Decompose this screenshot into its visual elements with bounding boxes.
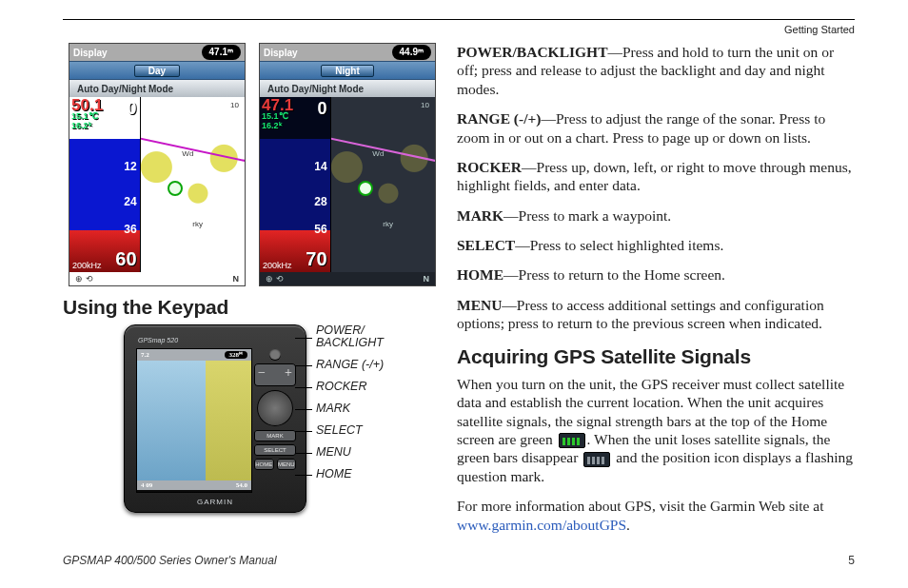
signal-bars-green-icon: [559, 433, 585, 448]
chart-pane-day: 10 Wd rky: [141, 97, 245, 272]
callout-menu: MENU: [316, 445, 384, 459]
mode-pill-day: Day: [134, 65, 180, 77]
gps-info-link[interactable]: www.garmin.com/aboutGPS: [457, 517, 626, 533]
callout-power: POWER/BACKLIGHT: [316, 324, 384, 349]
callout-select: SELECT: [316, 423, 384, 437]
sonar-pane: 47.1 15.1℃ 16.2ᵏ 0 14 28 56 70 200kHz: [260, 97, 331, 272]
shot-title: Display: [73, 48, 108, 58]
depth-badge: 47.1ᵐ: [202, 45, 241, 60]
section-header: Getting Started: [63, 19, 855, 35]
mode-pill-night: Night: [321, 65, 374, 77]
callout-home: HOME: [316, 467, 384, 480]
mark-button-icon: MARK: [254, 430, 296, 441]
device-screen: 7.2328ᴹ 4 0954.0: [136, 348, 252, 493]
callout-range: RANGE (-/+): [316, 358, 384, 371]
power-button-icon: [269, 348, 281, 360]
select-button-icon: SELECT: [254, 444, 296, 456]
desc-range: RANGE (-/+)—Press to adjust the range of…: [457, 109, 855, 147]
desc-rocker: ROCKER—Press up, down, left, or right to…: [457, 158, 855, 195]
signal-bars-gray-icon: [583, 452, 610, 467]
depth-badge: 44.9ᵐ: [392, 45, 431, 60]
device-model-label: GPSmap 520: [138, 337, 178, 343]
desc-menu: MENU—Press to access additional settings…: [457, 296, 855, 333]
callout-rocker: ROCKER: [316, 380, 384, 393]
footer-page-number: 5: [848, 554, 855, 567]
callout-mark: MARK: [316, 402, 384, 415]
gps-paragraph-2: For more information about GPS, visit th…: [457, 497, 855, 534]
north-indicator: N: [424, 274, 430, 284]
desc-home: HOME—Press to return to the Home screen.: [457, 265, 855, 284]
footer-manual-title: GPSMAP 400/500 Series Owner's Manual: [63, 554, 277, 567]
north-indicator: N: [233, 274, 240, 284]
heading-keypad: Using the Keypad: [63, 296, 436, 319]
keypad-callouts: POWER/BACKLIGHT RANGE (-/+) ROCKER MARK …: [316, 324, 384, 480]
device-illustration: GPSmap 520 7.2328ᴹ 4 0954.0 MARK SELECT: [124, 324, 306, 513]
heading-gps: Acquiring GPS Satellite Signals: [457, 344, 855, 369]
desc-power: POWER/BACKLIGHT—Press and hold to turn t…: [457, 43, 855, 98]
range-button-icon: [254, 363, 296, 386]
home-button-icon: HOME: [254, 459, 274, 470]
chart-pane-night: 10 Wd rky: [331, 97, 435, 272]
desc-select: SELECT—Press to select highlighted items…: [457, 236, 855, 254]
screenshot-pair: Display 47.1ᵐ Day Auto Day/Night Mode 50…: [63, 43, 436, 286]
device-brand: GARMIN: [125, 498, 306, 506]
screenshot-night-mode: Display 44.9ᵐ Night Auto Day/Night Mode …: [259, 43, 436, 286]
gps-paragraph-1: When you turn on the unit, the GPS recei…: [457, 375, 855, 485]
rocker-icon: [257, 390, 293, 426]
sonar-pane: 50.1 15.1℃ 16.2ᵏ 0 12 24 36 60 200kHz: [69, 97, 141, 272]
screenshot-day-mode: Display 47.1ᵐ Day Auto Day/Night Mode 50…: [69, 43, 246, 286]
menu-button-icon: MENU: [277, 459, 297, 470]
shot-title: Display: [264, 48, 298, 58]
desc-mark: MARK—Press to mark a waypoint.: [457, 206, 855, 225]
